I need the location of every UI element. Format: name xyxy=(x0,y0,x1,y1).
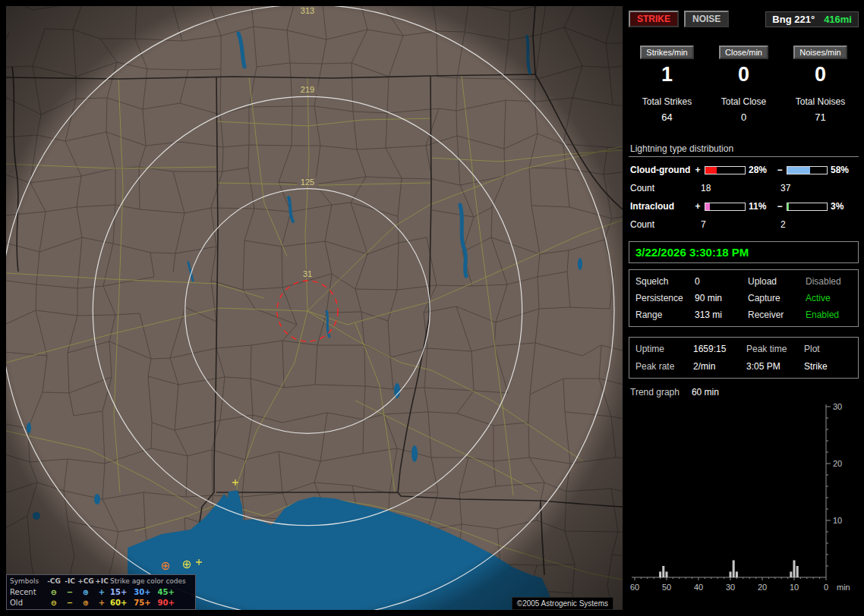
trend-x-tick-label: 60 xyxy=(630,583,639,592)
count-label: Count xyxy=(629,219,694,230)
count-label: Count xyxy=(629,183,694,193)
squelch-value: 0 xyxy=(695,276,748,287)
range-ring-label: 313 xyxy=(301,6,314,15)
age-code: 75+ xyxy=(134,598,150,608)
squelch-label: Squelch xyxy=(635,276,695,287)
cg-minus-bar xyxy=(787,166,828,174)
noise-mode-button[interactable]: NOISE xyxy=(684,11,729,27)
legend-type-header: -CG xyxy=(45,577,63,586)
cloud-ground-label: Cloud-ground xyxy=(629,165,694,175)
receiver-status: Enabled xyxy=(806,310,852,320)
plot-label: Plot xyxy=(804,344,852,354)
ic-minus-bar xyxy=(787,203,828,211)
age-code: 15+ xyxy=(110,587,127,597)
plus-sign: + xyxy=(694,165,702,175)
trend-y-tick-label: 10 xyxy=(833,516,842,525)
age-code: 45+ xyxy=(158,587,175,597)
total-strikes-value: 64 xyxy=(661,112,672,123)
legend-symbols-header: Symbols xyxy=(10,577,45,586)
cg-minus-bar-fill xyxy=(787,167,810,174)
strikes-per-min-button[interactable]: Strikes/min xyxy=(640,46,693,59)
cg-minus-count: 37 xyxy=(773,183,790,193)
lightning-type-distribution: Lightning type distribution Cloud-ground… xyxy=(629,143,859,230)
ic-plus-bar xyxy=(705,203,746,211)
range-ring-label: 31 xyxy=(303,269,312,278)
strike-mode-button[interactable]: STRIKE xyxy=(629,11,679,27)
plot-value: Strike xyxy=(804,361,852,372)
strikes-per-min-value: 1 xyxy=(661,63,673,86)
range-ring-label: 125 xyxy=(301,178,314,187)
minus-cg-icon: ⊖ xyxy=(45,598,63,608)
receiver-label: Receiver xyxy=(748,310,806,320)
trend-y-tick-label: 30 xyxy=(833,402,842,411)
minus-ic-icon: − xyxy=(63,598,77,608)
plus-ic-icon: + xyxy=(95,598,109,608)
capture-label: Capture xyxy=(748,293,806,303)
total-noises-value: 71 xyxy=(815,112,825,123)
range-label: Range xyxy=(635,310,695,320)
close-per-min-button[interactable]: Close/min xyxy=(719,46,768,59)
noises-per-min-value: 0 xyxy=(815,63,826,86)
uptime-value: 1659:15 xyxy=(693,344,746,354)
legend-row-label: Old xyxy=(10,598,45,608)
trend-bar xyxy=(736,572,738,578)
noises-per-min-column: Noises/min 0 Total Noises 71 xyxy=(782,46,859,123)
bearing-distance: 416mi xyxy=(824,14,852,25)
map-legend: Symbols -CG -IC +CG +IC Strike age color… xyxy=(6,574,196,610)
lightning-map[interactable]: 31321912531 Symbols -CG -IC +CG +IC Stri… xyxy=(6,6,623,610)
peak-rate-value: 2/min xyxy=(693,361,746,372)
cloud-ground-count-row: Count 18 37 xyxy=(629,183,859,193)
intracloud-label: Intracloud xyxy=(629,201,694,212)
trend-graph-canvas: 1020306050403020100min xyxy=(629,401,859,599)
age-code: 30+ xyxy=(134,587,150,597)
cg-plus-percent: 28% xyxy=(749,165,776,175)
control-panel: STRIKE NOISE Bng 221° 416mi Strikes/min … xyxy=(629,6,859,610)
trend-x-tick-label: 40 xyxy=(694,583,703,592)
cg-minus-percent: 58% xyxy=(831,165,858,175)
range-ring-label: 219 xyxy=(301,85,314,94)
peak-rate-label: Peak rate xyxy=(635,361,693,372)
range-value: 313 mi xyxy=(695,310,748,320)
mode-row: STRIKE NOISE Bng 221° 416mi xyxy=(629,11,859,27)
plus-ic-icon: + xyxy=(95,587,109,597)
minus-sign: − xyxy=(776,201,784,212)
cloud-ground-row: Cloud-ground + 28% − 58% xyxy=(629,165,859,175)
minus-sign: − xyxy=(776,165,784,175)
total-close-label: Total Close xyxy=(721,96,766,107)
upload-status: Disabled xyxy=(806,276,852,287)
close-per-min-column: Close/min 0 Total Close 0 xyxy=(705,46,782,123)
legend-type-header: +CG xyxy=(77,577,95,586)
trend-bar xyxy=(666,572,668,578)
trend-x-tick-label: 0 xyxy=(824,583,828,592)
trend-bar xyxy=(730,572,732,578)
close-per-min-value: 0 xyxy=(738,63,749,86)
strikes-per-min-column: Strikes/min 1 Total Strikes 64 xyxy=(629,46,705,123)
legend-type-header: +IC xyxy=(95,577,109,586)
trend-bar xyxy=(790,572,792,578)
intracloud-row: Intracloud + 11% − 3% xyxy=(629,201,859,212)
ic-minus-percent: 3% xyxy=(831,201,858,212)
total-strikes-label: Total Strikes xyxy=(642,96,692,107)
trend-bar xyxy=(733,561,735,578)
ic-minus-count: 2 xyxy=(773,219,786,230)
trend-bar xyxy=(796,566,799,577)
ic-plus-count: 7 xyxy=(694,219,773,230)
ic-minus-bar-fill xyxy=(787,203,789,210)
trend-graph-header: Trend graph 60 min xyxy=(629,387,859,398)
plus-cg-icon: ⊕ xyxy=(77,587,95,597)
legend-row-label: Recent xyxy=(10,587,45,597)
plus-sign: + xyxy=(694,201,702,212)
intracloud-count-row: Count 7 2 xyxy=(629,219,859,230)
distribution-title: Lightning type distribution xyxy=(629,143,859,157)
persistence-label: Persistence xyxy=(635,293,695,303)
trend-graph-label: Trend graph xyxy=(630,387,680,398)
trend-y-tick-label: 20 xyxy=(833,459,842,468)
trend-x-tick-label: 20 xyxy=(758,583,767,592)
upload-label: Upload xyxy=(748,276,806,287)
noises-per-min-button[interactable]: Noises/min xyxy=(793,46,847,59)
uptime-label: Uptime xyxy=(635,344,693,354)
plus-cg-icon: ⊕ xyxy=(77,598,95,608)
legend-type-header: -IC xyxy=(63,577,77,586)
rate-section: Strikes/min 1 Total Strikes 64 Close/min… xyxy=(629,46,859,123)
total-close-value: 0 xyxy=(741,112,746,123)
